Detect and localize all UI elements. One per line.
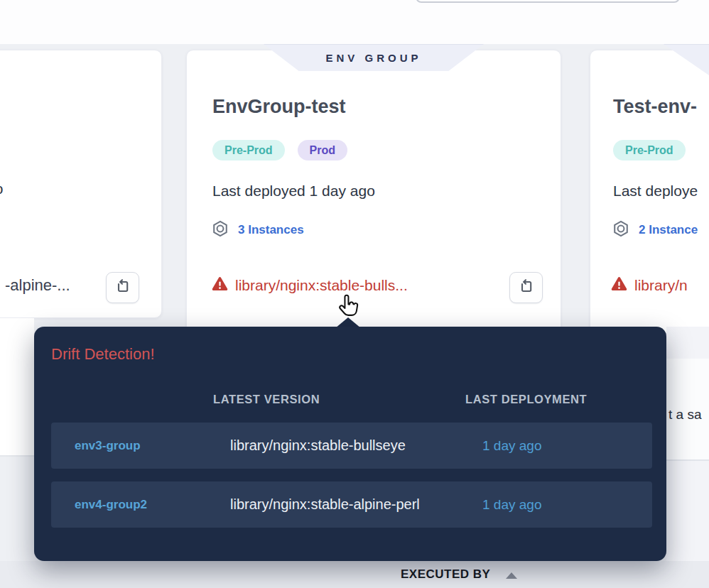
tooltip-table-row: env3-group library/nginx:stable-bullseye…	[51, 423, 652, 469]
last-deployment-link[interactable]: 1 day ago	[482, 438, 652, 454]
env-group-banner: ENV GROUP	[264, 44, 484, 71]
row-divider	[0, 455, 34, 457]
column-latest-version: LATEST VERSION	[213, 393, 465, 406]
badge-row: Pre-Prod	[613, 140, 686, 160]
drift-detection-title: Drift Detection!	[51, 345, 155, 364]
executed-by-label: EXECUTED BY	[401, 567, 490, 582]
latest-version-value: library/nginx:stable-alpine-perl	[230, 496, 482, 513]
env-group-card-right[interactable]: Test-env- Pre-Prod Last deploye 2 Instan…	[590, 50, 709, 334]
instances-label: 2 Instance	[639, 223, 698, 237]
search-input[interactable]	[416, 0, 680, 3]
badge-pre-prod: Pre-Prod	[613, 140, 686, 160]
badge-prod: Prod	[298, 140, 347, 160]
instances-link[interactable]: 2 Instance	[612, 219, 698, 241]
env-group-card-left[interactable]: go -alpine-...	[0, 50, 162, 318]
executed-by-column-header[interactable]: EXECUTED BY	[401, 567, 517, 582]
warning-triangle-icon	[211, 275, 229, 295]
version-text: library/nginx:stable-bulls...	[235, 277, 408, 294]
instances-link[interactable]: 3 Instances	[211, 219, 304, 241]
badge-pre-prod: Pre-Prod	[212, 140, 285, 160]
column-last-deployment: LAST DEPLOYMENT	[465, 393, 666, 406]
env-group-link[interactable]: env3-group	[51, 439, 230, 453]
last-deployed-text: Last deployed 1 day ago	[212, 183, 375, 200]
last-deployed-fragment: go	[0, 180, 3, 197]
drift-detection-tooltip: Drift Detection! LATEST VERSION LAST DEP…	[34, 327, 666, 561]
tooltip-table-row: env4-group2 library/nginx:stable-alpine-…	[51, 481, 652, 528]
copy-icon	[518, 278, 535, 298]
copy-icon	[114, 278, 131, 298]
env-group-card-main[interactable]: EnvGroup-test Pre-Prod Prod Last deploye…	[186, 50, 561, 334]
instances-hexagon-icon	[211, 219, 229, 241]
partial-text: t a sa	[669, 407, 701, 423]
drift-version-link[interactable]: library/nginx:stable-bulls...	[211, 275, 408, 295]
env-group-banner-label: ENV GROUP	[325, 52, 421, 64]
page-background-left	[0, 318, 34, 456]
table-header-band	[0, 561, 709, 588]
instances-hexagon-icon	[612, 219, 630, 241]
last-deployed-text: Last deploye	[613, 183, 698, 200]
tooltip-table-header: LATEST VERSION LAST DEPLOYMENT	[34, 393, 666, 406]
redeploy-copy-button[interactable]	[509, 272, 543, 303]
env-group-title: EnvGroup-test	[212, 96, 346, 118]
last-deployment-link[interactable]: 1 day ago	[482, 497, 652, 513]
drift-version-link[interactable]: library/n	[610, 275, 688, 295]
env-group-title: Test-env-	[613, 96, 697, 118]
version-text: library/n	[634, 277, 688, 294]
badge-row: Pre-Prod Prod	[212, 140, 347, 160]
sort-ascending-icon	[506, 572, 517, 579]
version-text[interactable]: -alpine-...	[5, 276, 70, 295]
warning-triangle-icon	[610, 275, 628, 295]
instances-label: 3 Instances	[238, 223, 304, 237]
top-bar	[0, 0, 709, 44]
env-group-link[interactable]: env4-group2	[51, 498, 230, 512]
latest-version-value: library/nginx:stable-bullseye	[230, 437, 482, 454]
redeploy-copy-button[interactable]	[106, 272, 139, 303]
